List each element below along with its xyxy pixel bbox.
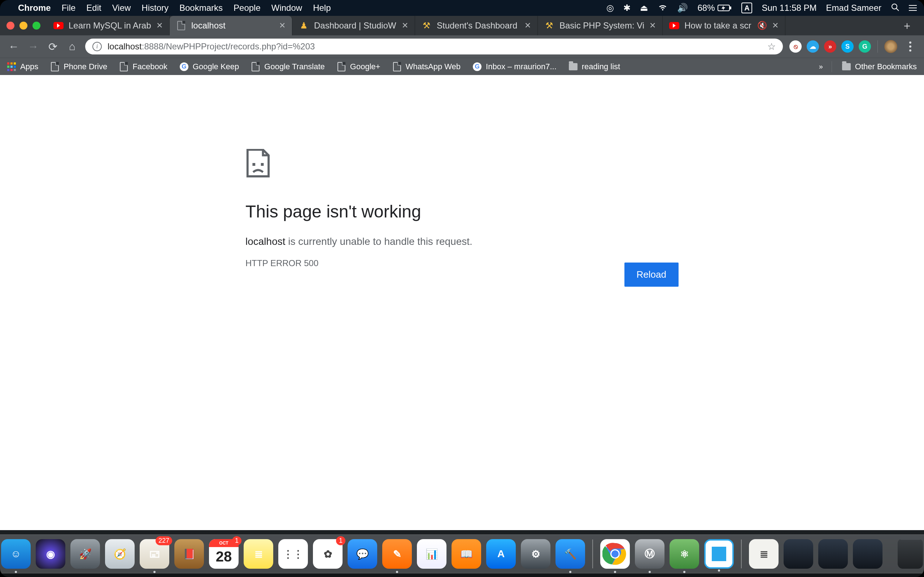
user-name[interactable]: Emad Sameer: [826, 3, 881, 13]
menubar-item[interactable]: Window: [271, 3, 302, 13]
bookmarks-overflow-button[interactable]: »: [819, 62, 822, 71]
clock[interactable]: Sun 11:58 PM: [762, 3, 816, 13]
spotlight-icon[interactable]: [891, 3, 900, 13]
dock-numbers-icon[interactable]: 📊: [417, 539, 446, 569]
close-tab-icon[interactable]: ✕: [279, 21, 286, 30]
doc-icon: [120, 62, 128, 71]
dock-contacts-icon[interactable]: 📕: [174, 539, 204, 569]
input-source-indicator[interactable]: A: [741, 3, 752, 13]
dock-folder-1-icon[interactable]: [783, 539, 813, 569]
forward-button[interactable]: →: [27, 40, 40, 53]
dock-ibooks-icon[interactable]: 📖: [452, 539, 481, 569]
error-code: HTTP ERROR 500: [246, 258, 678, 268]
new-tab-button[interactable]: ＋: [897, 16, 917, 35]
other-bookmarks-button[interactable]: Other Bookmarks: [842, 62, 917, 71]
dock-finder-icon[interactable]: ☺: [1, 539, 31, 569]
dock-brackets-icon[interactable]: [704, 539, 734, 569]
dock-atom-icon[interactable]: ⚛: [670, 539, 699, 569]
close-tab-icon[interactable]: ✕: [649, 21, 656, 30]
dock-safari-icon[interactable]: 🧭: [105, 539, 135, 569]
minimize-window-button[interactable]: [19, 22, 27, 29]
dock-chrome-icon[interactable]: [600, 539, 630, 569]
sync-icon[interactable]: ◎: [606, 3, 614, 12]
close-tab-icon[interactable]: ✕: [402, 21, 408, 30]
zoom-window-button[interactable]: [32, 22, 40, 29]
close-tab-icon[interactable]: ✕: [156, 21, 163, 30]
close-tab-icon[interactable]: ✕: [525, 21, 531, 30]
dock-mamp-icon[interactable]: Ⓜ: [635, 539, 664, 569]
battery-status[interactable]: 68%: [697, 3, 732, 13]
browser-tab[interactable]: ♟ Dashboard | StudioW ✕: [292, 16, 415, 35]
browser-tab[interactable]: ⚒ Student's Dashboard ✕: [415, 16, 538, 35]
bookmark-item[interactable]: Apps: [7, 62, 38, 71]
dock-notes-icon[interactable]: ≣: [244, 539, 273, 569]
dock-preferences-icon[interactable]: ⚙: [521, 539, 551, 569]
dock-appstore-icon[interactable]: A: [486, 539, 516, 569]
menubar-item[interactable]: Edit: [86, 3, 101, 13]
bookmark-item[interactable]: reading list: [569, 62, 620, 71]
doc-icon: [50, 62, 59, 71]
bookmark-label: Google+: [350, 62, 380, 71]
menubar-item[interactable]: Help: [313, 3, 331, 13]
wifi-icon[interactable]: [657, 3, 668, 13]
dock-textedit-doc-icon[interactable]: ≣: [749, 539, 779, 569]
dock-mail-icon[interactable]: 🖃227: [140, 539, 169, 569]
browser-tab[interactable]: How to take a scr 🔇 ✕: [663, 16, 785, 35]
bluetooth-icon[interactable]: ✱: [624, 3, 630, 12]
dock-launchpad-icon[interactable]: 🚀: [70, 539, 100, 569]
bookmark-item[interactable]: Phone Drive: [50, 62, 107, 71]
bookmark-item[interactable]: Facebook: [120, 62, 168, 71]
bookmark-item[interactable]: GInbox – mraurion7...: [473, 62, 557, 71]
bulb-icon: ♟: [299, 21, 309, 31]
dock-pages-icon[interactable]: ✎: [382, 539, 412, 569]
reload-button[interactable]: Reload: [624, 263, 678, 287]
browser-tab-active[interactable]: localhost ✕: [170, 16, 292, 35]
bookmark-item[interactable]: Google Translate: [251, 62, 325, 71]
menubar-app-name[interactable]: Chrome: [18, 3, 51, 13]
svg-point-9: [611, 550, 619, 558]
site-info-icon[interactable]: i: [92, 42, 102, 51]
dock-reminders-icon[interactable]: ⋮⋮: [278, 539, 308, 569]
volume-icon[interactable]: 🔊: [677, 3, 688, 12]
menubar-item[interactable]: Bookmarks: [179, 3, 223, 13]
back-button[interactable]: ←: [7, 40, 20, 53]
menubar-item[interactable]: People: [234, 3, 261, 13]
error-host: localhost: [246, 236, 286, 247]
chrome-menu-button[interactable]: [904, 40, 917, 53]
home-button[interactable]: ⌂: [66, 40, 79, 53]
dock-calendar-icon[interactable]: OCT281: [209, 539, 239, 569]
profile-avatar[interactable]: [884, 40, 897, 53]
address-bar[interactable]: i localhost:8888/NewPHPProject/records.p…: [85, 39, 783, 55]
dock-folder-3-icon[interactable]: [853, 539, 882, 569]
browser-tab[interactable]: Learn MySQL in Arab ✕: [47, 16, 170, 35]
menubar-item[interactable]: File: [62, 3, 76, 13]
menubar-item[interactable]: View: [112, 3, 131, 13]
close-tab-icon[interactable]: ✕: [772, 21, 779, 30]
extension-cloud-icon[interactable]: ☁: [807, 40, 819, 53]
extension-skype-icon[interactable]: S: [842, 40, 854, 53]
notification-center-icon[interactable]: [909, 5, 917, 11]
running-indicator: [569, 571, 571, 573]
dock-folder-2-icon[interactable]: [818, 539, 848, 569]
dock-xcode-icon[interactable]: 🔨: [556, 539, 585, 569]
reload-button[interactable]: ⟳: [46, 40, 59, 53]
bookmark-label: WhatsApp Web: [406, 62, 460, 71]
error-message: localhost is currently unable to handle …: [246, 236, 678, 247]
bookmark-item[interactable]: WhatsApp Web: [393, 62, 460, 71]
trash-icon[interactable]: [898, 539, 923, 569]
extension-ublock-icon[interactable]: ⦸: [789, 40, 802, 53]
extension-grammarly-icon[interactable]: G: [859, 40, 871, 53]
bookmark-item[interactable]: GGoogle Keep: [180, 62, 239, 71]
dock-photos-icon[interactable]: ✿1: [313, 539, 342, 569]
extension-player-icon[interactable]: »: [824, 40, 836, 53]
dock-siri-icon[interactable]: ◉: [36, 539, 65, 569]
muted-icon[interactable]: 🔇: [757, 21, 767, 30]
menubar-item[interactable]: History: [142, 3, 168, 13]
close-window-button[interactable]: [6, 22, 15, 29]
apps-icon: [7, 62, 16, 71]
bookmark-star-icon[interactable]: ☆: [767, 41, 775, 52]
browser-tab[interactable]: ⚒ Basic PHP System: Vi ✕: [538, 16, 663, 35]
airplay-icon[interactable]: ⏏: [640, 3, 648, 12]
bookmark-item[interactable]: Google+: [337, 62, 380, 71]
dock-messages-icon[interactable]: 💬: [347, 539, 377, 569]
